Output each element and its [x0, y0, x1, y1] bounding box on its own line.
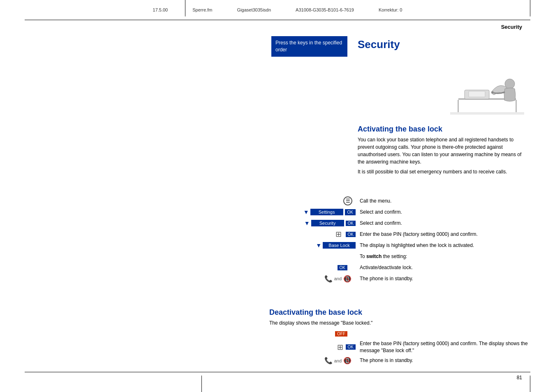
- deact-step-desc-pin: Enter the base PIN (factory setting 0000…: [356, 340, 528, 354]
- step-desc-pin: Enter the base PIN (factory setting 0000…: [356, 231, 528, 238]
- page-title: Security: [358, 38, 528, 51]
- step-left-pin: ⊞ OK: [269, 230, 356, 239]
- deact-step-row-pin: ⊞ OK Enter the base PIN (factory setting…: [269, 340, 528, 354]
- step-desc-baselock: The display is highlighted when the lock…: [356, 242, 528, 249]
- pin-ok-btn: OK: [346, 232, 356, 237]
- arrow-security-icon: ▼: [304, 220, 310, 226]
- step-left-security: ▼ Security OK: [269, 220, 356, 226]
- step-text-settings: Select and confirm.: [360, 209, 402, 215]
- security-label: Security: [311, 220, 344, 226]
- activating-heading: Activating the base lock: [358, 125, 528, 134]
- step-desc-settings: Select and confirm.: [356, 209, 528, 216]
- arrow-settings-icon: ▼: [303, 209, 309, 215]
- step-row-security: ▼ Security OK Select and confirm.: [269, 219, 528, 228]
- settings-label: Settings: [310, 209, 343, 215]
- step-desc-menu: Call the menu.: [356, 198, 528, 205]
- deact-and-text: and: [334, 358, 342, 363]
- activating-body1: You can lock your base station telephone…: [358, 136, 528, 166]
- step-text-switch-post: the setting:: [382, 254, 407, 259]
- menu-icon: ☰: [343, 196, 352, 205]
- step-left-menu: ☰: [269, 196, 356, 205]
- step-text-baselock: The display is highlighted when the lock…: [360, 242, 474, 248]
- header-version: 17.5.00: [153, 7, 168, 12]
- step-text-switch-pre: To: [360, 254, 366, 259]
- step-left-standby: 📞 and 📵: [269, 275, 356, 283]
- svg-point-9: [491, 91, 494, 94]
- svg-rect-7: [469, 91, 485, 97]
- header-divider-left: [185, 0, 185, 16]
- illustration-svg: [446, 55, 528, 121]
- step-row-baselock: ▼ Base Lock The display is highlighted w…: [269, 241, 528, 250]
- header-divider-right: [530, 0, 530, 16]
- step-desc-security: Select and confirm.: [356, 220, 528, 227]
- keypad-icon: ⊞: [335, 230, 342, 239]
- deact-step-text-pin: Enter the base PIN (factory setting 0000…: [360, 341, 528, 353]
- step-row-standby: 📞 and 📵 The phone is in standby.: [269, 274, 528, 283]
- settings-ok-btn: OK: [345, 209, 356, 215]
- step-left-settings: ▼ Settings OK: [269, 209, 356, 215]
- section-title-header: Security: [501, 24, 522, 30]
- step-text-standby: The phone is in standby.: [360, 276, 413, 281]
- step-row-switch: To switch the setting:: [269, 252, 528, 261]
- phone-end-icon: 📵: [343, 275, 352, 283]
- deactivating-section: Deactivating the base lock The display s…: [269, 300, 528, 367]
- step-left-ok-activate: OK: [269, 265, 356, 270]
- deactivating-heading: Deactivating the base lock: [269, 308, 528, 317]
- deact-step-left-off: OFF: [269, 331, 356, 337]
- step-row-ok-activate: OK Activate/deactivate lock.: [269, 263, 528, 272]
- step-text-pin: Enter the base PIN (factory setting 0000…: [360, 231, 478, 237]
- bottom-mark-left: [201, 376, 202, 392]
- step-row-pin: ⊞ OK Enter the base PIN (factory setting…: [269, 230, 528, 239]
- deact-step-text-standby: The phone is in standby.: [360, 357, 413, 363]
- svg-rect-5: [516, 100, 517, 112]
- step-row-menu: ☰ Call the menu.: [269, 196, 528, 205]
- steps-combined: ☰ Call the menu. ▼ Settings OK Select an…: [269, 196, 528, 285]
- baselock-label: Base Lock: [323, 242, 356, 249]
- sidebar-keys-box: Press the keys in the specified order: [271, 36, 347, 57]
- deact-phone-end-icon: 📵: [343, 357, 352, 364]
- arrow-baselock-icon: ▼: [316, 242, 321, 249]
- step-desc-standby: The phone is in standby.: [356, 275, 528, 282]
- off-btn: OFF: [335, 331, 347, 337]
- deact-keypad-icon: ⊞: [337, 343, 343, 352]
- deact-pin-ok-btn: OK: [346, 344, 356, 350]
- deact-step-row-off: OFF: [269, 329, 528, 338]
- phone-illustration: [446, 55, 528, 121]
- step-text-ok-activate: Activate/deactivate lock.: [360, 265, 413, 270]
- step-text-switch-bold: switch: [366, 254, 382, 259]
- activating-body2: It is still possible to dial set emergen…: [358, 168, 528, 175]
- top-rule: [25, 20, 530, 20]
- deactivating-body1: The display shows the message "Base lock…: [269, 319, 528, 327]
- bottom-mark-right: [530, 376, 530, 392]
- step-row-settings: ▼ Settings OK Select and confirm.: [269, 208, 528, 217]
- step-text-menu: Call the menu.: [360, 198, 391, 204]
- header-filename: Sperre.fm: [192, 7, 212, 12]
- step-desc-ok-activate: Activate/deactivate lock.: [356, 264, 528, 271]
- bottom-rule: [25, 372, 530, 372]
- step-desc-switch: To switch the setting:: [356, 253, 528, 260]
- page-number: 81: [517, 375, 522, 380]
- deact-step-left-pin: ⊞ OK: [269, 343, 356, 352]
- deact-step-desc-standby: The phone is in standby.: [356, 357, 528, 364]
- svg-rect-4: [458, 100, 459, 112]
- header-code: A31008-G3035-B101-6-7619: [296, 7, 354, 12]
- svg-point-8: [505, 79, 515, 89]
- phone-handset-icon: 📞: [324, 275, 333, 283]
- step-left-baselock: ▼ Base Lock: [269, 242, 356, 249]
- header-korrektur: Korrektur: 0: [379, 7, 402, 12]
- deact-step-row-standby: 📞 and 📵 The phone is in standby.: [269, 356, 528, 365]
- deact-phone-icon: 📞: [324, 357, 333, 364]
- security-ok-btn: OK: [346, 221, 356, 226]
- deact-step-left-standby: 📞 and 📵: [269, 357, 356, 364]
- page-header: 17.5.00 Sperre.fm Gigaset3035isdn A31008…: [0, 7, 555, 12]
- activate-ok-btn: OK: [338, 265, 347, 270]
- and-text: and: [334, 276, 342, 281]
- step-text-security: Select and confirm.: [360, 220, 402, 226]
- header-model: Gigaset3035isdn: [237, 7, 271, 12]
- sidebar-keys-text: Press the keys in the specified order: [275, 40, 342, 53]
